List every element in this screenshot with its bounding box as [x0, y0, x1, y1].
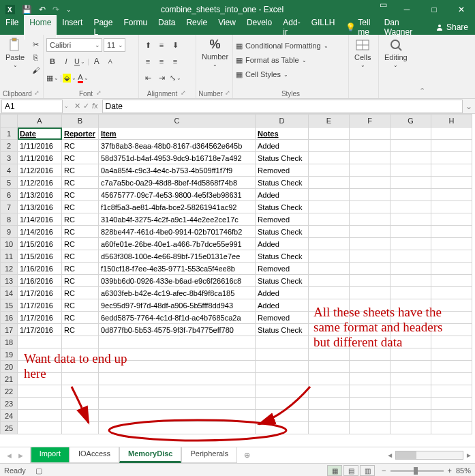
- cell-B15[interactable]: RC: [62, 299, 99, 312]
- cell-C6[interactable]: 45675777-09c7-4e53-9800-4e5f3eb98631: [99, 189, 256, 201]
- cell-B24[interactable]: [62, 410, 99, 422]
- cell-H3[interactable]: [431, 152, 472, 164]
- decrease-indent-button[interactable]: ⇤: [142, 72, 154, 84]
- cell-F12[interactable]: [350, 263, 390, 275]
- format-painter-icon[interactable]: 🖌: [29, 64, 42, 76]
- row-header-20[interactable]: 20: [1, 361, 18, 373]
- cell-G25[interactable]: [390, 422, 431, 434]
- cell-C15[interactable]: 9ec95d97-9f7d-48df-a906-5b5fff8dd943: [99, 299, 256, 312]
- cell-F21[interactable]: [350, 373, 390, 385]
- cell-D23[interactable]: [256, 398, 309, 410]
- zoom-out-button[interactable]: −: [382, 466, 386, 475]
- row-header-1[interactable]: 1: [1, 128, 18, 140]
- cell-A1[interactable]: Date: [18, 128, 62, 140]
- sheet-next-icon[interactable]: ►: [17, 451, 25, 460]
- cell-H14[interactable]: [431, 287, 472, 299]
- cell-E22[interactable]: [309, 385, 350, 398]
- row-header-4[interactable]: 4: [1, 164, 18, 177]
- cell-C4[interactable]: 0a4a85f4-c9c3-4e4c-b753-4b509ff1f7f9: [99, 164, 256, 177]
- cell-B25[interactable]: [62, 422, 99, 434]
- cell-G8[interactable]: [390, 213, 431, 226]
- cell-D18[interactable]: [256, 336, 309, 348]
- cell-C3[interactable]: 58d3751d-b4af-4953-9dc9-b16718e7a492: [99, 152, 256, 164]
- cell-H13[interactable]: [431, 275, 472, 287]
- cell-H18[interactable]: [431, 336, 472, 348]
- align-top-button[interactable]: ⬆: [142, 39, 154, 51]
- add-sheet-button[interactable]: ⊕: [237, 447, 256, 463]
- cell-B3[interactable]: RC: [62, 152, 99, 164]
- cell-F25[interactable]: [350, 422, 390, 434]
- row-header-13[interactable]: 13: [1, 275, 18, 287]
- cell-G18[interactable]: [390, 336, 431, 348]
- orientation-button[interactable]: ⤡: [169, 72, 181, 84]
- cells-button[interactable]: Cells ⌄: [352, 36, 373, 70]
- cell-B8[interactable]: RC: [62, 213, 99, 226]
- cell-F15[interactable]: [350, 299, 390, 312]
- cell-A20[interactable]: [18, 361, 62, 373]
- cell-D22[interactable]: [256, 385, 309, 398]
- paste-button[interactable]: Paste ⌄: [3, 36, 27, 70]
- user-name[interactable]: Dan Wagner: [378, 18, 429, 37]
- cell-B20[interactable]: [62, 361, 99, 373]
- cell-E13[interactable]: [309, 275, 350, 287]
- col-header-C[interactable]: C: [99, 115, 256, 128]
- row-header-8[interactable]: 8: [1, 213, 18, 226]
- row-header-25[interactable]: 25: [1, 422, 18, 434]
- cell-A14[interactable]: 1/17/2016: [18, 287, 62, 299]
- cell-F17[interactable]: [350, 324, 390, 336]
- conditional-formatting-button[interactable]: ▦Conditional Formatting ⌄: [236, 39, 328, 53]
- cell-F20[interactable]: [350, 361, 390, 373]
- align-center-button[interactable]: ≡: [155, 55, 168, 68]
- cell-E21[interactable]: [309, 373, 350, 385]
- cell-C22[interactable]: [99, 385, 256, 398]
- save-icon[interactable]: 💾: [22, 5, 32, 14]
- cell-C1[interactable]: Item: [99, 128, 256, 140]
- font-color-button[interactable]: A: [77, 72, 89, 84]
- cell-D2[interactable]: Added: [256, 140, 309, 152]
- cell-F16[interactable]: [350, 312, 390, 324]
- cell-B5[interactable]: RC: [62, 177, 99, 189]
- cell-E6[interactable]: [309, 189, 350, 201]
- cell-G21[interactable]: [390, 373, 431, 385]
- cell-E23[interactable]: [309, 398, 350, 410]
- cell-G13[interactable]: [390, 275, 431, 287]
- cell-C21[interactable]: [99, 373, 256, 385]
- cell-B12[interactable]: RC: [62, 263, 99, 275]
- cell-A9[interactable]: 1/14/2016: [18, 226, 62, 238]
- cell-B14[interactable]: RC: [62, 287, 99, 299]
- cell-D3[interactable]: Status Check: [256, 152, 309, 164]
- cell-A21[interactable]: [18, 373, 62, 385]
- col-header-G[interactable]: G: [390, 115, 431, 128]
- cell-C20[interactable]: [99, 361, 256, 373]
- cell-H12[interactable]: [431, 263, 472, 275]
- cell-E9[interactable]: [309, 226, 350, 238]
- cell-G5[interactable]: [390, 177, 431, 189]
- cell-F23[interactable]: [350, 398, 390, 410]
- cell-B4[interactable]: RC: [62, 164, 99, 177]
- cell-H19[interactable]: [431, 348, 472, 361]
- undo-icon[interactable]: ↶: [39, 5, 46, 14]
- cell-F14[interactable]: [350, 287, 390, 299]
- cell-D15[interactable]: Added: [256, 299, 309, 312]
- minimize-button[interactable]: ─: [393, 0, 420, 19]
- cell-A18[interactable]: [18, 336, 62, 348]
- row-header-11[interactable]: 11: [1, 250, 18, 263]
- cell-F6[interactable]: [350, 189, 390, 201]
- cell-B2[interactable]: RC: [62, 140, 99, 152]
- cell-G12[interactable]: [390, 263, 431, 275]
- page-break-view-button[interactable]: ▥: [360, 465, 375, 476]
- maximize-button[interactable]: □: [420, 0, 448, 19]
- number-launcher-icon[interactable]: ⤢: [225, 89, 230, 98]
- cell-B1[interactable]: Reporter: [62, 128, 99, 140]
- row-header-6[interactable]: 6: [1, 189, 18, 201]
- col-header-H[interactable]: H: [431, 115, 472, 128]
- cell-F2[interactable]: [350, 140, 390, 152]
- cell-C8[interactable]: 3140ab4f-3275-4c2f-a9c1-44e2ee2ce17c: [99, 213, 256, 226]
- cell-D11[interactable]: Status Check: [256, 250, 309, 263]
- ribbon-options-icon[interactable]: ▭: [373, 0, 393, 19]
- row-header-17[interactable]: 17: [1, 324, 18, 336]
- cell-H11[interactable]: [431, 250, 472, 263]
- cell-D1[interactable]: Notes: [256, 128, 309, 140]
- cell-E19[interactable]: [309, 348, 350, 361]
- cell-C23[interactable]: [99, 398, 256, 410]
